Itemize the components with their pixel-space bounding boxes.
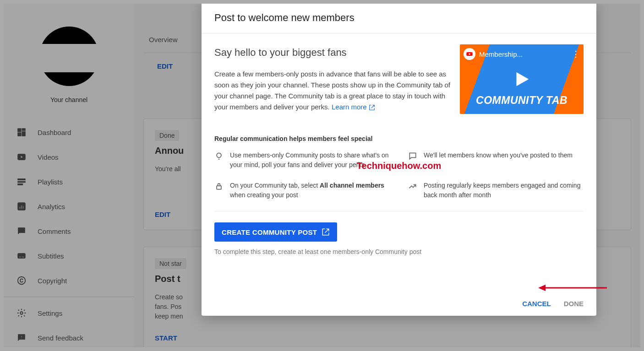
svg-point-24	[217, 153, 221, 157]
bulb-icon	[214, 151, 224, 161]
cancel-button[interactable]: CANCEL	[522, 300, 551, 308]
primary-button-label: CREATE COMMUNITY POST	[222, 228, 317, 236]
tip-item: Posting regularly keeps members engaged …	[408, 181, 584, 200]
tips-grid: Use members-only Community posts to shar…	[214, 151, 584, 211]
dialog-title: Post to welcome new members	[214, 12, 584, 24]
open-in-new-icon	[322, 228, 330, 236]
svg-rect-25	[217, 186, 221, 189]
video-title: Membership...	[479, 50, 568, 58]
tip-text: Posting regularly keeps members engaged …	[424, 181, 584, 200]
create-community-post-button[interactable]: CREATE COMMUNITY POST	[214, 222, 337, 242]
svg-marker-23	[517, 72, 529, 86]
video-banner-text: COMMUNITY TAB	[460, 94, 584, 107]
video-thumbnail[interactable]: Membership... ⋮ COMMUNITY TAB	[460, 44, 584, 114]
dialog-header: Post to welcome new members	[202, 0, 596, 33]
learn-more-link[interactable]: Learn more	[332, 103, 375, 111]
chat-icon	[408, 151, 417, 161]
play-icon	[511, 69, 532, 90]
svg-marker-27	[538, 285, 546, 291]
dialog-heading: Say hello to your biggest fans	[214, 44, 452, 60]
completion-hint: To complete this step, create at least o…	[214, 248, 584, 255]
youtube-logo-icon	[464, 48, 475, 60]
dialog-actions: CANCEL DONE	[202, 292, 596, 316]
done-button[interactable]: DONE	[564, 300, 584, 308]
learn-more-text: Learn more	[332, 103, 367, 111]
tip-text: On your Community tab, select All channe…	[230, 181, 390, 200]
dialog-post-welcome: Post to welcome new members Say hello to…	[202, 0, 596, 316]
tip-item: On your Community tab, select All channe…	[214, 181, 390, 200]
trend-icon	[408, 182, 417, 191]
tips-label: Regular communication helps members feel…	[214, 135, 584, 142]
open-in-new-icon	[369, 104, 375, 111]
watermark-text: Techniquehow.com	[357, 161, 441, 171]
red-arrow-annotation	[538, 283, 607, 297]
dialog-body: Say hello to your biggest fans Create a …	[202, 33, 596, 292]
lock-icon	[214, 182, 224, 191]
tip-text: We'll let members know when you've poste…	[424, 151, 573, 170]
video-menu-icon[interactable]: ⋮	[572, 49, 580, 59]
